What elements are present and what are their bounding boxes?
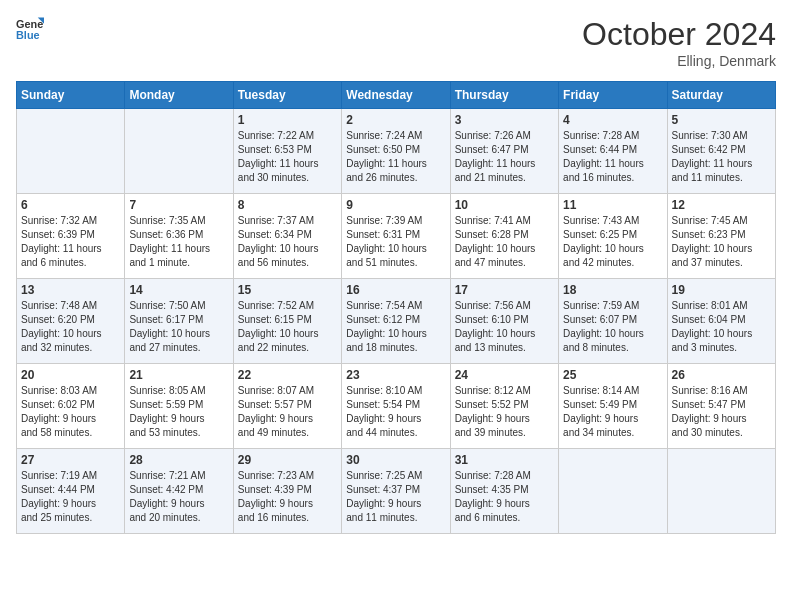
day-number: 9 bbox=[346, 198, 445, 212]
day-info: Sunrise: 7:32 AM Sunset: 6:39 PM Dayligh… bbox=[21, 214, 120, 270]
day-number: 7 bbox=[129, 198, 228, 212]
calendar-cell: 12Sunrise: 7:45 AM Sunset: 6:23 PM Dayli… bbox=[667, 194, 775, 279]
calendar-cell: 19Sunrise: 8:01 AM Sunset: 6:04 PM Dayli… bbox=[667, 279, 775, 364]
day-header: Tuesday bbox=[233, 82, 341, 109]
day-number: 3 bbox=[455, 113, 554, 127]
calendar-cell: 22Sunrise: 8:07 AM Sunset: 5:57 PM Dayli… bbox=[233, 364, 341, 449]
day-number: 14 bbox=[129, 283, 228, 297]
day-info: Sunrise: 8:07 AM Sunset: 5:57 PM Dayligh… bbox=[238, 384, 337, 440]
day-number: 13 bbox=[21, 283, 120, 297]
day-number: 17 bbox=[455, 283, 554, 297]
day-number: 19 bbox=[672, 283, 771, 297]
day-info: Sunrise: 7:41 AM Sunset: 6:28 PM Dayligh… bbox=[455, 214, 554, 270]
day-number: 1 bbox=[238, 113, 337, 127]
location-subtitle: Elling, Denmark bbox=[582, 53, 776, 69]
calendar-cell: 26Sunrise: 8:16 AM Sunset: 5:47 PM Dayli… bbox=[667, 364, 775, 449]
day-number: 10 bbox=[455, 198, 554, 212]
day-number: 18 bbox=[563, 283, 662, 297]
day-number: 2 bbox=[346, 113, 445, 127]
day-number: 5 bbox=[672, 113, 771, 127]
calendar-cell bbox=[17, 109, 125, 194]
day-info: Sunrise: 7:50 AM Sunset: 6:17 PM Dayligh… bbox=[129, 299, 228, 355]
day-header: Sunday bbox=[17, 82, 125, 109]
calendar-cell: 8Sunrise: 7:37 AM Sunset: 6:34 PM Daylig… bbox=[233, 194, 341, 279]
day-info: Sunrise: 7:22 AM Sunset: 6:53 PM Dayligh… bbox=[238, 129, 337, 185]
day-info: Sunrise: 8:12 AM Sunset: 5:52 PM Dayligh… bbox=[455, 384, 554, 440]
day-info: Sunrise: 7:43 AM Sunset: 6:25 PM Dayligh… bbox=[563, 214, 662, 270]
day-info: Sunrise: 8:01 AM Sunset: 6:04 PM Dayligh… bbox=[672, 299, 771, 355]
title-block: October 2024 Elling, Denmark bbox=[582, 16, 776, 69]
calendar-cell: 21Sunrise: 8:05 AM Sunset: 5:59 PM Dayli… bbox=[125, 364, 233, 449]
day-info: Sunrise: 7:35 AM Sunset: 6:36 PM Dayligh… bbox=[129, 214, 228, 270]
day-info: Sunrise: 7:28 AM Sunset: 6:44 PM Dayligh… bbox=[563, 129, 662, 185]
day-number: 15 bbox=[238, 283, 337, 297]
calendar-cell: 4Sunrise: 7:28 AM Sunset: 6:44 PM Daylig… bbox=[559, 109, 667, 194]
day-header: Friday bbox=[559, 82, 667, 109]
calendar-cell bbox=[559, 449, 667, 534]
day-number: 26 bbox=[672, 368, 771, 382]
day-info: Sunrise: 8:16 AM Sunset: 5:47 PM Dayligh… bbox=[672, 384, 771, 440]
day-info: Sunrise: 7:37 AM Sunset: 6:34 PM Dayligh… bbox=[238, 214, 337, 270]
day-info: Sunrise: 8:14 AM Sunset: 5:49 PM Dayligh… bbox=[563, 384, 662, 440]
day-info: Sunrise: 7:28 AM Sunset: 4:35 PM Dayligh… bbox=[455, 469, 554, 525]
calendar-cell: 5Sunrise: 7:30 AM Sunset: 6:42 PM Daylig… bbox=[667, 109, 775, 194]
day-info: Sunrise: 7:59 AM Sunset: 6:07 PM Dayligh… bbox=[563, 299, 662, 355]
day-number: 31 bbox=[455, 453, 554, 467]
calendar-body: 1Sunrise: 7:22 AM Sunset: 6:53 PM Daylig… bbox=[17, 109, 776, 534]
calendar-cell: 16Sunrise: 7:54 AM Sunset: 6:12 PM Dayli… bbox=[342, 279, 450, 364]
day-info: Sunrise: 7:30 AM Sunset: 6:42 PM Dayligh… bbox=[672, 129, 771, 185]
calendar-cell: 18Sunrise: 7:59 AM Sunset: 6:07 PM Dayli… bbox=[559, 279, 667, 364]
calendar-cell: 3Sunrise: 7:26 AM Sunset: 6:47 PM Daylig… bbox=[450, 109, 558, 194]
calendar-cell: 24Sunrise: 8:12 AM Sunset: 5:52 PM Dayli… bbox=[450, 364, 558, 449]
day-number: 23 bbox=[346, 368, 445, 382]
day-number: 8 bbox=[238, 198, 337, 212]
day-info: Sunrise: 7:45 AM Sunset: 6:23 PM Dayligh… bbox=[672, 214, 771, 270]
calendar-week: 13Sunrise: 7:48 AM Sunset: 6:20 PM Dayli… bbox=[17, 279, 776, 364]
calendar-cell: 29Sunrise: 7:23 AM Sunset: 4:39 PM Dayli… bbox=[233, 449, 341, 534]
calendar-week: 20Sunrise: 8:03 AM Sunset: 6:02 PM Dayli… bbox=[17, 364, 776, 449]
calendar-week: 1Sunrise: 7:22 AM Sunset: 6:53 PM Daylig… bbox=[17, 109, 776, 194]
calendar-cell: 25Sunrise: 8:14 AM Sunset: 5:49 PM Dayli… bbox=[559, 364, 667, 449]
day-info: Sunrise: 8:03 AM Sunset: 6:02 PM Dayligh… bbox=[21, 384, 120, 440]
calendar-cell: 28Sunrise: 7:21 AM Sunset: 4:42 PM Dayli… bbox=[125, 449, 233, 534]
calendar-cell: 6Sunrise: 7:32 AM Sunset: 6:39 PM Daylig… bbox=[17, 194, 125, 279]
day-number: 22 bbox=[238, 368, 337, 382]
calendar-cell: 10Sunrise: 7:41 AM Sunset: 6:28 PM Dayli… bbox=[450, 194, 558, 279]
calendar-cell: 7Sunrise: 7:35 AM Sunset: 6:36 PM Daylig… bbox=[125, 194, 233, 279]
svg-text:Blue: Blue bbox=[16, 29, 40, 41]
calendar-cell: 14Sunrise: 7:50 AM Sunset: 6:17 PM Dayli… bbox=[125, 279, 233, 364]
calendar-cell: 13Sunrise: 7:48 AM Sunset: 6:20 PM Dayli… bbox=[17, 279, 125, 364]
day-info: Sunrise: 7:48 AM Sunset: 6:20 PM Dayligh… bbox=[21, 299, 120, 355]
day-info: Sunrise: 7:56 AM Sunset: 6:10 PM Dayligh… bbox=[455, 299, 554, 355]
day-info: Sunrise: 7:39 AM Sunset: 6:31 PM Dayligh… bbox=[346, 214, 445, 270]
calendar-cell: 20Sunrise: 8:03 AM Sunset: 6:02 PM Dayli… bbox=[17, 364, 125, 449]
calendar-table: SundayMondayTuesdayWednesdayThursdayFrid… bbox=[16, 81, 776, 534]
calendar-header: SundayMondayTuesdayWednesdayThursdayFrid… bbox=[17, 82, 776, 109]
day-info: Sunrise: 8:10 AM Sunset: 5:54 PM Dayligh… bbox=[346, 384, 445, 440]
day-info: Sunrise: 7:26 AM Sunset: 6:47 PM Dayligh… bbox=[455, 129, 554, 185]
day-number: 29 bbox=[238, 453, 337, 467]
day-number: 4 bbox=[563, 113, 662, 127]
day-info: Sunrise: 7:54 AM Sunset: 6:12 PM Dayligh… bbox=[346, 299, 445, 355]
logo-icon: General Blue bbox=[16, 16, 44, 44]
day-info: Sunrise: 7:19 AM Sunset: 4:44 PM Dayligh… bbox=[21, 469, 120, 525]
calendar-cell: 11Sunrise: 7:43 AM Sunset: 6:25 PM Dayli… bbox=[559, 194, 667, 279]
day-info: Sunrise: 7:52 AM Sunset: 6:15 PM Dayligh… bbox=[238, 299, 337, 355]
day-info: Sunrise: 8:05 AM Sunset: 5:59 PM Dayligh… bbox=[129, 384, 228, 440]
day-number: 11 bbox=[563, 198, 662, 212]
calendar-cell: 2Sunrise: 7:24 AM Sunset: 6:50 PM Daylig… bbox=[342, 109, 450, 194]
calendar-cell: 31Sunrise: 7:28 AM Sunset: 4:35 PM Dayli… bbox=[450, 449, 558, 534]
logo: General Blue bbox=[16, 16, 44, 44]
day-number: 28 bbox=[129, 453, 228, 467]
calendar-cell: 1Sunrise: 7:22 AM Sunset: 6:53 PM Daylig… bbox=[233, 109, 341, 194]
day-header: Monday bbox=[125, 82, 233, 109]
calendar-cell bbox=[125, 109, 233, 194]
day-info: Sunrise: 7:24 AM Sunset: 6:50 PM Dayligh… bbox=[346, 129, 445, 185]
month-title: October 2024 bbox=[582, 16, 776, 53]
calendar-cell: 17Sunrise: 7:56 AM Sunset: 6:10 PM Dayli… bbox=[450, 279, 558, 364]
calendar-cell: 27Sunrise: 7:19 AM Sunset: 4:44 PM Dayli… bbox=[17, 449, 125, 534]
day-number: 30 bbox=[346, 453, 445, 467]
calendar-cell bbox=[667, 449, 775, 534]
day-header: Thursday bbox=[450, 82, 558, 109]
day-number: 24 bbox=[455, 368, 554, 382]
